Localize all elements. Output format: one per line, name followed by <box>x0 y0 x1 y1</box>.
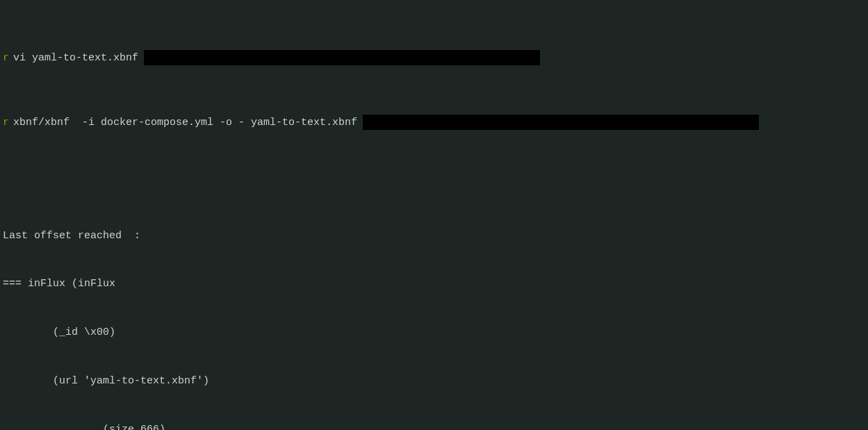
terminal-output: r vi yaml-to-text.xbnf r xbnf/xbnf -i do… <box>0 0 868 430</box>
influx-size: (size 666) <box>3 422 865 431</box>
influx-open: === inFlux (inFlux <box>3 276 865 292</box>
redacted-bar <box>144 50 540 65</box>
command-line-1[interactable]: r vi yaml-to-text.xbnf <box>3 50 865 66</box>
command-1-text: vi yaml-to-text.xbnf <box>13 50 138 66</box>
influx-id: (_id \x00) <box>3 324 865 340</box>
influx-url: (url 'yaml-to-text.xbnf') <box>3 373 865 389</box>
redacted-bar <box>363 115 759 130</box>
prompt-icon: r <box>3 115 13 131</box>
prompt-icon: r <box>3 50 13 66</box>
last-offset-header: Last offset reached : <box>3 228 865 244</box>
command-line-2[interactable]: r xbnf/xbnf -i docker-compose.yml -o - y… <box>3 115 865 131</box>
command-2-text: xbnf/xbnf -i docker-compose.yml -o - yam… <box>13 115 357 131</box>
blank-line <box>3 179 865 195</box>
